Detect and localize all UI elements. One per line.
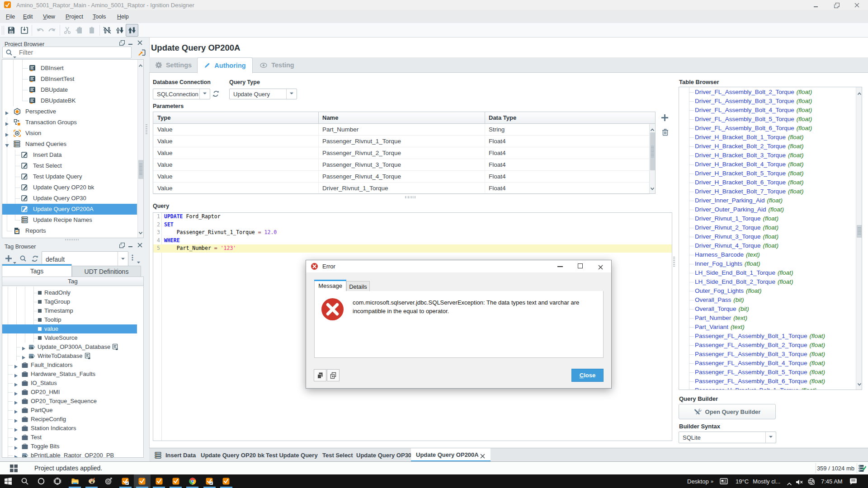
copy-button[interactable] <box>314 369 326 381</box>
editor-tablebrowser-splitter[interactable] <box>673 257 675 267</box>
project-tree-item[interactable]: Vision <box>2 128 137 139</box>
parameter-row[interactable]: ValuePassenger_Rivnut_1_TorqueFloat4 <box>153 136 650 147</box>
project-tree-item[interactable]: DBUpdateBK <box>2 95 137 106</box>
table-column-item[interactable]: Harness_Barcode(text) <box>679 250 851 259</box>
table-column-item[interactable]: LH_Side_End_Bolt_1_Torque(float) <box>679 268 851 277</box>
taskbar-start-button[interactable] <box>0 474 17 488</box>
menu-item-4[interactable]: Tools <box>93 14 106 20</box>
table-column-item[interactable]: Overall_Torque(bit) <box>679 305 851 314</box>
tag-refresh-button[interactable] <box>32 255 38 264</box>
table-column-item[interactable]: Driver_H_Bracket_Bolt_1_Torque(float) <box>679 133 851 142</box>
dock-splitter-vertical[interactable] <box>146 124 147 134</box>
project-browser-close-button[interactable] <box>137 40 143 46</box>
project-tree-item[interactable]: Perspective <box>2 106 137 117</box>
window-minimize-button[interactable] <box>813 2 819 8</box>
scrollbar-thumb[interactable] <box>138 160 143 179</box>
network-button[interactable] <box>808 478 815 487</box>
table-column-item[interactable]: Passenger_FL_Assembly_Bolt_4_Torque(floa… <box>679 359 851 368</box>
table-column-item[interactable]: Driver_H_Bracket_Bolt_3_Torque(float) <box>679 151 851 160</box>
dialog-close-button[interactable] <box>598 263 603 272</box>
project-tree-item[interactable]: Named Queries <box>2 139 137 150</box>
tag-tree-item[interactable]: value <box>2 324 137 333</box>
open-query-builder-button[interactable]: Open Query Builder <box>679 404 776 419</box>
table-column-item[interactable]: Passenger_FL_Assembly_Bolt_3_Torque(floa… <box>679 350 851 359</box>
table-column-item[interactable]: Driver_FL_Assembly_Bolt_3_Torque(float) <box>679 97 851 106</box>
parameter-row[interactable]: ValueDriver_Rivnut_1_TorqueFloat4 <box>153 183 650 194</box>
project-tree-item[interactable]: Transaction Groups <box>2 117 137 128</box>
table-column-item[interactable]: Passenger_H_Bracket_Bolt_1_Torque(float) <box>679 386 851 390</box>
dialog-close-action-button[interactable]: Close <box>571 369 604 382</box>
tag-browser-close-button[interactable] <box>137 242 143 248</box>
tag-tree-item[interactable]: OP20_Torque_Sequence <box>2 397 137 406</box>
tag-tree-item[interactable]: IO_Status <box>2 379 137 388</box>
taskbar-search-button[interactable] <box>17 474 33 488</box>
column-header[interactable]: Name <box>318 112 485 124</box>
scrollbar-thumb[interactable] <box>650 132 655 170</box>
table-column-item[interactable]: Driver_FL_Assembly_Bolt_4_Torque(float) <box>679 106 851 115</box>
news-widget-button[interactable] <box>720 478 728 486</box>
parameter-row[interactable]: ValuePassenger_Rivnut_2_TorqueFloat4 <box>153 147 650 159</box>
taskbar-ignition-designer-button[interactable] <box>134 474 151 488</box>
refresh-connections-button[interactable] <box>212 90 219 99</box>
memory-usage[interactable]: 359 / 1024 mb <box>817 465 854 472</box>
project-tree-item[interactable]: DBUpdate <box>2 84 137 95</box>
tag-browser-float-button[interactable] <box>119 242 125 248</box>
add-tag-button[interactable] <box>5 255 12 263</box>
menu-item-1[interactable]: Edit <box>23 14 33 20</box>
tag-tree-item[interactable]: Fault_Indicators <box>2 361 137 370</box>
tab-testing[interactable]: Testing <box>253 57 302 73</box>
project-tree-item[interactable]: Test Select <box>2 160 137 171</box>
taskbar-ignition-button-4[interactable] <box>218 474 235 488</box>
taskbar-ignition-button-1[interactable] <box>151 474 167 488</box>
tab-tags[interactable]: Tags <box>2 264 72 277</box>
table-column-item[interactable]: Driver_H_Bracket_Bolt_4_Torque(float) <box>679 160 851 169</box>
table-column-item[interactable]: Driver_FL_Assembly_Bolt_5_Torque(float) <box>679 115 851 124</box>
weather-temp[interactable]: 19°C <box>736 478 749 485</box>
tag-tree-item[interactable]: Update_OP300A_Database <box>2 343 137 352</box>
tag-tree-item[interactable]: Toggle Bits <box>2 442 137 451</box>
table-column-item[interactable]: Driver_FL_Assembly_Bolt_2_Torque(float) <box>679 88 851 97</box>
tag-options-button[interactable] <box>132 254 133 263</box>
tag-tree-item[interactable]: WriteToDatabase <box>2 352 137 361</box>
tag-options-caret[interactable] <box>137 257 140 265</box>
project-tree-item[interactable]: Insert Data <box>2 150 137 160</box>
table-column-item[interactable]: Driver_Inner_Parking_Aid(float) <box>679 196 851 205</box>
project-tree-item[interactable]: Update Query OP20 bk <box>2 182 137 193</box>
query-type-combo[interactable]: Update Query <box>229 89 297 99</box>
tag-tree-item[interactable]: Tooltip <box>2 315 137 324</box>
menu-item-3[interactable]: Project <box>66 14 83 20</box>
taskbar-ignition-button-2[interactable] <box>167 474 184 488</box>
save-button[interactable] <box>7 26 15 36</box>
project-tree-scrollbar[interactable] <box>137 60 143 238</box>
undo-button[interactable] <box>36 26 44 36</box>
tag-tree-item[interactable]: ReadOnly <box>2 288 137 297</box>
comm-readwrite-button[interactable] <box>126 24 138 37</box>
tag-tree-item[interactable]: TagGroup <box>2 297 137 306</box>
table-column-item[interactable]: Driver_Rivnut_4_Torque(float) <box>679 241 851 250</box>
table-column-item[interactable]: Overall_Pass(bit) <box>679 296 851 305</box>
database-connection-combo[interactable]: SQLConnection <box>153 89 210 99</box>
taskbar-dart-button[interactable] <box>100 474 117 488</box>
table-column-item[interactable]: Driver_H_Bracket_Bolt_7_Torque(float) <box>679 187 851 196</box>
tag-tree-item[interactable]: Hardware_Status_Faults <box>2 370 137 379</box>
table-column-item[interactable]: Driver_H_Bracket_Bolt_6_Torque(float) <box>679 178 851 187</box>
bottom-tab[interactable]: Test Update Query <box>266 449 318 462</box>
paste-button[interactable] <box>87 26 95 36</box>
tag-tree-item[interactable]: RecipeConfig <box>2 415 137 424</box>
filter-settings-button[interactable] <box>138 48 146 58</box>
action-center-button[interactable] <box>849 478 857 487</box>
parameter-row[interactable]: ValuePassenger_Rivnut_3_TorqueFloat4 <box>153 159 650 171</box>
table-column-item[interactable]: LH_Side_End_Bolt_2_Torque(float) <box>679 277 851 286</box>
tag-tree-item[interactable]: Station Indicators <box>2 424 137 433</box>
toolbar-grip[interactable] <box>2 26 4 35</box>
window-restore-button[interactable] <box>834 2 840 8</box>
volume-button[interactable] <box>796 479 803 487</box>
tray-expand-button[interactable] <box>787 479 792 488</box>
clock[interactable]: 7:45 AM <box>821 478 843 485</box>
tag-tree-item[interactable]: bPrintLable_Raptor_OP200_PB <box>2 451 137 458</box>
table-column-item[interactable]: Part_Number(text) <box>679 314 851 323</box>
taskbar-taskview-button[interactable] <box>49 474 66 488</box>
tag-browser-minimize-button[interactable] <box>128 242 134 248</box>
table-column-item[interactable]: Driver_Outer_Parking_Aid(float) <box>679 205 851 214</box>
column-header[interactable]: Type <box>153 112 318 124</box>
